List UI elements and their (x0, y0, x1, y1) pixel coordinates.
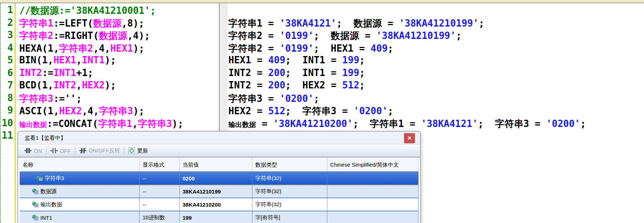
value-name: ; INT1 = (285, 67, 343, 78)
value-name: ; (359, 55, 365, 65)
code-token: +1; (76, 67, 93, 78)
toolbar-button-off[interactable]: OFF (47, 146, 74, 155)
table-row[interactable]: INT110进制数199字[有符号] (20, 211, 419, 223)
watch-title: 监看1【监看中】 (25, 135, 66, 142)
watch-window: 监看1【监看中】 ✕ ONOFFON/OFF反转更新 名称显示格式当前值数据类型… (17, 131, 421, 223)
contact-off-icon (51, 148, 58, 154)
value-literal: '0200' (546, 118, 580, 129)
code-token: BIN(1, (19, 55, 53, 65)
editor-top-margin (0, 0, 644, 3)
code-line[interactable]: 8字符串3:=''; (0, 92, 217, 105)
code-text: //数据源:='38KA41210001'; (19, 4, 156, 17)
column-header[interactable]: 数据类型 (252, 158, 327, 171)
variable-name: INT1 (40, 215, 52, 221)
value-line: HEX2 = 512; 字符串3 = '0200'; (228, 105, 586, 118)
code-token: :=CONCAT( (47, 118, 98, 129)
watch-table: 名称显示格式当前值数据类型Chinese Simplified/简体中文 字符串… (20, 158, 419, 223)
code-token: ,4, (82, 105, 99, 116)
code-token: 字符串3 (138, 118, 172, 129)
table-row[interactable]: 字符串3--0200字符串(32) (20, 172, 419, 185)
cell-format: 10进制数 (140, 211, 180, 223)
code-line[interactable]: 4HEXA(1,字符串2,4,HEX1); (0, 42, 217, 55)
line-number: 3 (0, 29, 13, 42)
code-line[interactable]: 5BIN(1,HEX1,INT1); (0, 55, 217, 67)
code-token: INT1 (53, 67, 76, 78)
value-line: 字符串3 = '0200'; (228, 92, 586, 105)
cell-type: 字[有符号] (252, 211, 327, 223)
code-line[interactable]: 1//数据源:='38KA41210001'; (0, 4, 217, 17)
cell-value: 38KA41210200 (180, 198, 252, 211)
code-token: 输出数据 (19, 120, 47, 128)
value-line (228, 4, 586, 17)
value-name: ; (359, 67, 365, 78)
cell-format: -- (140, 172, 180, 184)
code-token: 字符串3 (19, 93, 53, 104)
toolbar-button-label: ON (34, 148, 42, 154)
toolbar-button-label: OFF (60, 148, 71, 154)
value-name: ; (359, 80, 365, 91)
refresh-icon (128, 147, 135, 154)
toolbar-separator (46, 147, 47, 155)
value-literal: '38KA4121' (280, 18, 337, 29)
code-token: ); (105, 80, 116, 91)
column-header[interactable]: 名称 (20, 158, 140, 171)
value-literal: '38KA41210199' (399, 18, 479, 29)
value-name: ; 数据源 = (336, 18, 399, 29)
table-row[interactable]: 数据源--38KA41210199字符串(32) (20, 185, 419, 198)
toolbar-button-on[interactable]: ON (21, 146, 45, 155)
code-text: BCD(1,INT2,HEX2); (19, 80, 116, 92)
code-token: , (76, 80, 82, 91)
value-name: ; 字符串3 = (478, 118, 546, 129)
code-line[interactable]: 7BCD(1,INT2,HEX2); (0, 80, 217, 92)
line-number: 2 (0, 17, 13, 30)
code-token: 数据源 (93, 18, 121, 29)
line-number: 7 (0, 80, 13, 92)
code-line[interactable]: 3字符串2:=RIGHT(数据源,4); (0, 29, 217, 42)
watch-title-bar[interactable]: 监看1【监看中】 ✕ (18, 132, 420, 144)
line-number: 1 (0, 4, 13, 17)
value-line: INT2 = 200; HEX2 = 512; (228, 80, 586, 92)
code-text: 字符串2:=RIGHT(数据源,4); (19, 29, 150, 42)
cell-note (327, 172, 419, 184)
line-number: 8 (0, 92, 13, 105)
toolbar-button-on-off-[interactable]: ON/OFF反转 (76, 146, 124, 155)
column-header[interactable]: 当前值 (180, 158, 252, 171)
watch-toolbar: ONOFFON/OFF反转更新 (18, 144, 420, 158)
code-line[interactable]: 2字符串1:=LEFT(数据源,8); (0, 17, 217, 30)
code-token: HEX1 (110, 43, 133, 54)
code-line[interactable]: 9ASCI(1,HEX2,4,字符串3); (0, 105, 217, 118)
code-token: 字符串3 (99, 105, 133, 116)
code-token: INT1 (82, 55, 105, 65)
line-number: 10 (0, 118, 13, 130)
table-row[interactable]: 输出数据--38KA41210200字符串(32) (20, 198, 419, 211)
value-name: ; 字符串3 = (285, 105, 354, 116)
code-editor[interactable]: 1//数据源:='38KA41210001';2字符串1:=LEFT(数据源,8… (0, 4, 217, 143)
value-literal: 409 (371, 43, 388, 54)
line-number: 11 (0, 130, 13, 143)
toolbar-button--[interactable]: 更新 (125, 146, 151, 155)
code-line[interactable]: 6INT2:=INT1+1; (0, 67, 217, 80)
value-name: ; (388, 105, 393, 116)
cell-name: INT1 (20, 211, 140, 223)
code-token: //数据源:='38KA41210001'; (19, 5, 156, 16)
code-text: ASCI(1,HEX2,4,字符串3); (19, 105, 144, 118)
toolbar-separator (75, 147, 75, 155)
value-line: 输出数据 = '38KA41210200'; 字符串1 = '38KA4121'… (228, 118, 586, 130)
cell-note (327, 211, 419, 223)
line-number: 6 (0, 67, 13, 80)
code-token: BCD(1, (19, 80, 53, 91)
code-line[interactable]: 10输出数据:=CONCAT(字符串1,字符串3); (0, 118, 217, 130)
close-button[interactable]: ✕ (404, 133, 415, 143)
value-literal: '0199' (280, 30, 314, 41)
cell-format: -- (140, 185, 180, 198)
code-token: ); (133, 43, 144, 54)
value-literal: '38KA41210200' (273, 118, 353, 129)
code-token: 字符串1 (98, 118, 132, 129)
line-number: 9 (0, 105, 13, 118)
column-header[interactable]: Chinese Simplified/简体中文 (327, 158, 419, 171)
variable-name: 字符串3 (45, 175, 64, 182)
value-name: ; 数据源 = (314, 30, 376, 41)
column-header[interactable]: 显示格式 (140, 158, 180, 171)
code-token: :=''; (53, 93, 82, 104)
watch-table-header: 名称显示格式当前值数据类型Chinese Simplified/简体中文 (20, 158, 419, 172)
